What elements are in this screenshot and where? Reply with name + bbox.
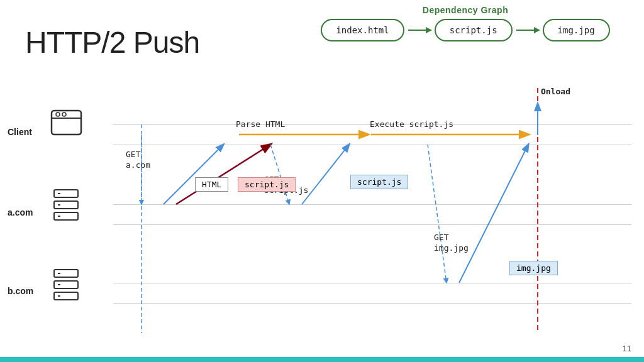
sequence-diagram: Client a.com b.com: [0, 82, 644, 346]
get-acom-label: GETa.com: [126, 150, 150, 171]
svg-marker-3: [534, 27, 540, 33]
svg-line-27: [302, 145, 349, 204]
svg-line-23: [164, 145, 223, 204]
dep-node-index: index.html: [321, 19, 404, 41]
svg-line-24: [176, 145, 270, 204]
dep-graph-nodes: index.html script.js img.jpg: [302, 19, 629, 41]
img-response-box: img.jpg: [509, 261, 558, 275]
dep-arrow-1: [407, 24, 432, 36]
dep-graph-title: Dependency Graph: [302, 5, 629, 15]
dep-node-script: script.js: [435, 19, 513, 41]
dep-arrow-2: [515, 24, 540, 36]
dep-node-img: img.jpg: [543, 19, 610, 41]
script-response-box: script.js: [350, 175, 408, 189]
dependency-graph: Dependency Graph index.html script.js im…: [302, 5, 629, 41]
parse-html-label: Parse HTML: [236, 119, 285, 129]
script-push-box: script.js: [238, 177, 296, 192]
svg-marker-1: [426, 27, 432, 33]
svg-line-29: [428, 145, 447, 283]
slide-title: HTTP/2 Push: [25, 25, 199, 60]
onload-label: Onload: [541, 87, 570, 96]
execute-script-label: Execute script.js: [370, 119, 453, 129]
sequence-arrows: [0, 82, 644, 346]
get-img-label: GETimg.jpg: [434, 233, 469, 254]
bottom-bar: [0, 357, 644, 362]
html-box: HTML: [195, 177, 228, 192]
page-number: 11: [623, 344, 631, 353]
